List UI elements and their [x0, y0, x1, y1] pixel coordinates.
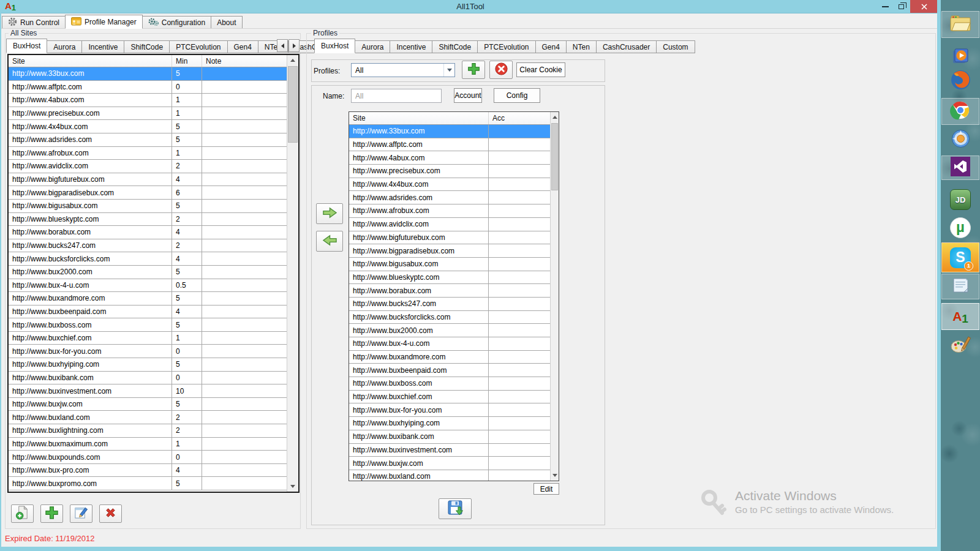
table-row[interactable]: http://www.buxbeenpaid.com4	[9, 305, 298, 319]
profiles-tab-aurora[interactable]: Aurora	[355, 40, 390, 53]
scrollbar-thumb[interactable]	[288, 66, 298, 143]
table-row[interactable]: http://www.avidclix.com	[349, 218, 559, 231]
taskbar-chrome-button[interactable]	[941, 98, 979, 125]
table-row[interactable]: http://www.bucks247.com2	[9, 239, 298, 253]
taskbar-compass-button[interactable]	[941, 129, 979, 151]
all-sites-tab-shiftcode[interactable]: ShiftCode	[124, 40, 170, 53]
table-row[interactable]: http://www.buxjw.com	[349, 457, 559, 470]
taskbar-visual-studio-button[interactable]	[941, 156, 979, 180]
all-sites-scrollbar[interactable]	[287, 55, 298, 492]
table-row[interactable]: http://www.buxinvestment.com10	[9, 384, 298, 398]
table-row[interactable]: http://www.bigfuturebux.com	[349, 231, 559, 245]
scroll-down-arrow[interactable]	[551, 470, 559, 481]
all-sites-tab-gen4[interactable]: Gen4	[227, 40, 258, 53]
add-site-button[interactable]	[40, 504, 63, 523]
add-profile-button[interactable]	[462, 61, 485, 79]
table-row[interactable]: http://www.precisebux.com	[349, 165, 559, 178]
all-sites-tab-ptcevolution[interactable]: PTCEvolution	[169, 40, 227, 53]
delete-site-button[interactable]	[99, 504, 122, 523]
profiles-dropdown[interactable]: All	[351, 63, 455, 77]
table-row[interactable]: http://www.bigusabux.com5	[9, 200, 298, 213]
taskbar-jdownloader-button[interactable]: JD	[941, 189, 979, 211]
profiles-scrollbar[interactable]	[550, 112, 559, 481]
table-row[interactable]: http://www.buxmaximum.com1	[9, 438, 298, 451]
tab-about[interactable]: About	[211, 16, 242, 29]
column-header-min[interactable]: Min	[172, 55, 202, 67]
table-row[interactable]: http://www.bux-4-u.com	[349, 337, 559, 351]
table-row[interactable]: http://www.4abux.com	[349, 151, 559, 165]
tab-profile-manager[interactable]: Profile Manager	[65, 15, 143, 29]
minimize-button[interactable]	[878, 0, 892, 13]
table-row[interactable]: http://www.bux-for-you.com0	[9, 345, 298, 358]
table-row[interactable]: http://www.avidclix.com2	[9, 160, 298, 173]
table-row[interactable]: http://www.buxibank.com0	[9, 372, 298, 385]
table-row[interactable]: http://www.buxandmore.com	[349, 351, 559, 364]
tab-run-control[interactable]: Run Control	[2, 16, 66, 29]
table-row[interactable]: http://www.buxinvestment.com	[349, 444, 559, 457]
table-row[interactable]: http://www.buxland.com2	[9, 411, 298, 424]
table-row[interactable]: http://www.bigfuturebux.com4	[9, 173, 298, 187]
profiles-tab-gen4[interactable]: Gen4	[535, 40, 567, 53]
table-row[interactable]: http://www.bucksforclicks.com4	[9, 252, 298, 266]
profiles-tab-incentive[interactable]: Incentive	[390, 40, 432, 53]
tab-scroll-right-button[interactable]	[288, 39, 300, 52]
clear-cookie-button[interactable]: Clear Cookie	[516, 62, 565, 77]
profiles-tab-buxhost[interactable]: BuxHost	[314, 39, 355, 53]
table-row[interactable]: http://www.afrobux.com	[349, 204, 559, 218]
tab-scroll-left-button[interactable]	[277, 39, 288, 52]
table-row[interactable]: http://www.bux-pro.com4	[9, 464, 298, 478]
table-row[interactable]: http://www.bigparadisebux.com	[349, 244, 559, 258]
all-sites-tab-buxhost[interactable]: BuxHost	[6, 39, 47, 53]
table-row[interactable]: http://www.adsrides.com5	[9, 133, 298, 147]
edit-button[interactable]: Edit	[533, 483, 559, 495]
table-row[interactable]: http://www.bux-4-u.com0.5	[9, 279, 298, 293]
account-button[interactable]: Account	[454, 88, 482, 103]
taskbar-paint-button[interactable]	[941, 332, 979, 358]
name-field[interactable]: All	[351, 89, 442, 103]
table-row[interactable]: http://www.4x4bux.com5	[9, 120, 298, 133]
table-row[interactable]: http://www.4x4bux.com	[349, 178, 559, 192]
column-header-acc[interactable]: Acc	[489, 112, 550, 124]
table-row[interactable]: http://www.buxandmore.com5	[9, 292, 298, 305]
table-row[interactable]: http://www.borabux.com	[349, 284, 559, 298]
table-row[interactable]: http://www.33bux.com	[349, 125, 559, 138]
save-button[interactable]	[439, 498, 472, 519]
table-row[interactable]: http://www.bux-for-you.com	[349, 403, 559, 417]
table-row[interactable]: http://www.blueskyptc.com2	[9, 213, 298, 227]
table-row[interactable]: http://www.buxlightning.com2	[9, 424, 298, 438]
scrollbar-thumb[interactable]	[551, 123, 558, 190]
taskbar-utorrent-button[interactable]: µ	[941, 216, 979, 239]
taskbar-all1tool-button[interactable]: A1	[941, 303, 979, 330]
table-row[interactable]: http://www.buxhyiping.com	[349, 417, 559, 430]
table-row[interactable]: http://www.blueskyptc.com	[349, 271, 559, 285]
table-row[interactable]: http://www.borabux.com4	[9, 226, 298, 239]
table-row[interactable]: http://www.bigusabux.com	[349, 258, 559, 271]
table-row[interactable]: http://www.buxibank.com	[349, 430, 559, 444]
table-row[interactable]: http://www.buxchief.com	[349, 391, 559, 404]
table-row[interactable]: http://www.buxboss.com	[349, 377, 559, 391]
close-button[interactable]	[910, 0, 938, 13]
table-row[interactable]: http://www.bigparadisebux.com6	[9, 186, 298, 200]
add-from-file-button[interactable]	[11, 504, 34, 523]
table-row[interactable]: http://www.33bux.com5	[9, 67, 298, 81]
delete-profile-button[interactable]	[489, 61, 513, 79]
taskbar-file-explorer-button[interactable]	[941, 11, 979, 38]
table-row[interactable]: http://www.affptc.com0	[9, 81, 298, 94]
column-header-note[interactable]: Note	[202, 55, 287, 67]
scroll-down-arrow[interactable]	[287, 481, 298, 492]
taskbar-notepad-button[interactable]	[941, 274, 979, 299]
scroll-up-arrow[interactable]	[287, 55, 298, 66]
table-row[interactable]: http://www.buxland.com	[349, 470, 559, 481]
taskbar-skype-button[interactable]: S 1	[941, 242, 979, 272]
move-left-button[interactable]	[316, 231, 343, 252]
table-row[interactable]: http://www.buxpounds.com0	[9, 451, 298, 464]
taskbar-media-player-button[interactable]	[941, 48, 979, 67]
all-sites-tab-aurora[interactable]: Aurora	[47, 40, 82, 53]
taskbar-firefox-button[interactable]	[941, 69, 979, 92]
column-header-site[interactable]: Site	[349, 112, 489, 124]
edit-site-button[interactable]	[70, 504, 92, 523]
table-row[interactable]: http://www.precisebux.com1	[9, 107, 298, 121]
table-row[interactable]: http://www.4abux.com1	[9, 94, 298, 107]
table-row[interactable]: http://www.bucksforclicks.com	[349, 311, 559, 324]
config-button[interactable]: Config	[494, 88, 540, 103]
